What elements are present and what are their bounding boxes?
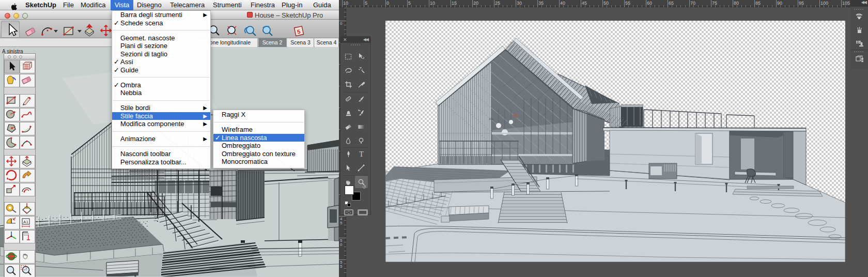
- svg-text:A1: A1: [23, 220, 28, 224]
- svg-text:23a: 23a: [489, 117, 493, 120]
- svg-text:T: T: [359, 150, 364, 158]
